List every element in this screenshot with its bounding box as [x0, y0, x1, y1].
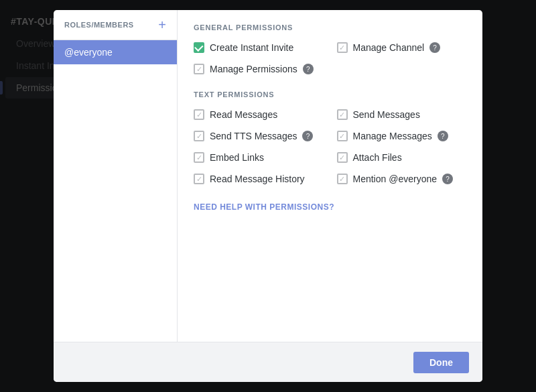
text-permissions-grid: Read Messages Send Messages Send TTS Mes… [194, 109, 466, 184]
permissions-panel: GENERAL PERMISSIONS Create Instant Invit… [178, 10, 482, 342]
permission-attach-files: Attach Files [337, 152, 467, 163]
general-permissions-section: GENERAL PERMISSIONS Create Instant Invit… [194, 23, 466, 74]
roles-panel: ROLES/MEMBERS + @everyone [54, 10, 178, 342]
checkbox-manage-permissions[interactable] [194, 64, 204, 74]
modal-footer: Done [54, 342, 482, 382]
role-item-everyone[interactable]: @everyone [54, 40, 177, 64]
label-manage-channel: Manage Channel [353, 42, 425, 53]
add-role-button[interactable]: + [158, 18, 166, 31]
help-icon-mention-everyone[interactable]: ? [442, 174, 453, 184]
help-icon-send-tts-messages[interactable]: ? [302, 131, 313, 141]
checkbox-attach-files[interactable] [337, 152, 348, 163]
roles-header-label: ROLES/MEMBERS [64, 21, 134, 29]
label-attach-files: Attach Files [353, 152, 402, 163]
help-icon-manage-messages[interactable]: ? [438, 131, 448, 141]
roles-list: @everyone [54, 40, 177, 342]
permission-send-tts-messages: Send TTS Messages ? [194, 131, 324, 141]
help-icon-manage-channel[interactable]: ? [429, 42, 440, 53]
permission-manage-messages: Manage Messages ? [337, 131, 467, 141]
checkbox-read-messages[interactable] [194, 109, 204, 120]
label-send-messages: Send Messages [353, 109, 420, 120]
label-send-tts-messages: Send TTS Messages [210, 131, 297, 141]
label-manage-messages: Manage Messages [353, 131, 432, 141]
label-manage-permissions: Manage Permissions [210, 64, 297, 74]
help-link[interactable]: NEED HELP WITH PERMISSIONS? [194, 202, 334, 212]
modal-overlay: ROLES/MEMBERS + @everyone GENERAL PERMIS… [0, 0, 536, 392]
permission-read-messages: Read Messages [194, 109, 324, 120]
modal-body: ROLES/MEMBERS + @everyone GENERAL PERMIS… [54, 10, 482, 342]
checkbox-manage-channel[interactable] [337, 42, 348, 53]
label-embed-links: Embed Links [210, 152, 264, 163]
label-create-instant-invite: Create Instant Invite [210, 42, 293, 53]
text-permissions-section: TEXT PERMISSIONS Read Messages Send Mess… [194, 90, 466, 184]
text-permissions-title: TEXT PERMISSIONS [194, 90, 466, 99]
general-permissions-title: GENERAL PERMISSIONS [194, 23, 466, 31]
label-read-message-history: Read Message History [210, 174, 305, 184]
permission-send-messages: Send Messages [337, 109, 467, 120]
checkbox-read-message-history[interactable] [194, 174, 204, 184]
permissions-modal: ROLES/MEMBERS + @everyone GENERAL PERMIS… [54, 10, 482, 382]
permission-mention-everyone: Mention @everyone ? [337, 174, 467, 184]
roles-header: ROLES/MEMBERS + [54, 10, 177, 40]
permission-embed-links: Embed Links [194, 152, 324, 163]
label-mention-everyone: Mention @everyone [353, 174, 438, 184]
checkbox-send-messages[interactable] [337, 109, 348, 120]
checkbox-manage-messages[interactable] [337, 131, 348, 141]
general-permissions-grid: Create Instant Invite Manage Channel ? M… [194, 42, 466, 74]
done-button[interactable]: Done [413, 352, 469, 373]
permission-manage-permissions: Manage Permissions ? [194, 64, 324, 74]
checkbox-mention-everyone[interactable] [337, 174, 348, 184]
checkbox-send-tts-messages[interactable] [194, 131, 204, 141]
help-icon-manage-permissions[interactable]: ? [303, 64, 314, 74]
permission-create-instant-invite: Create Instant Invite [194, 42, 324, 53]
label-read-messages: Read Messages [210, 109, 277, 120]
permission-read-message-history: Read Message History [194, 174, 324, 184]
permission-manage-channel: Manage Channel ? [337, 42, 467, 53]
checkbox-embed-links[interactable] [194, 152, 204, 163]
help-link-container: NEED HELP WITH PERMISSIONS? [194, 200, 466, 212]
checkbox-create-instant-invite[interactable] [194, 42, 204, 53]
